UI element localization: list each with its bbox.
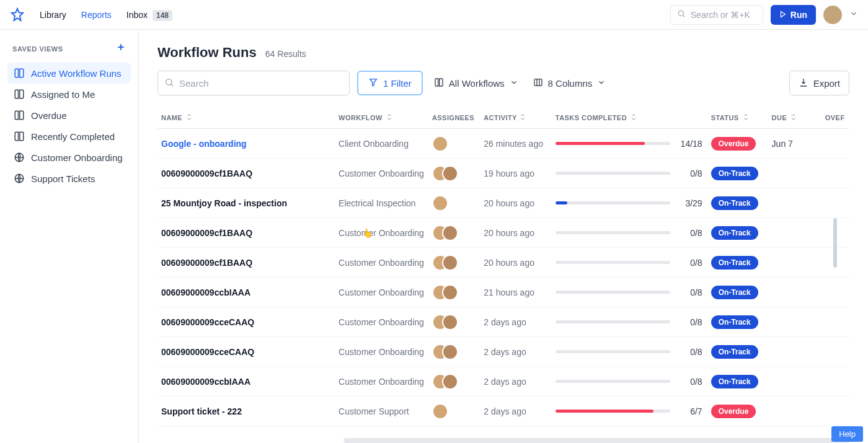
table-row[interactable]: 00609000009ccbIAAACustomer Onboarding2 d… bbox=[157, 367, 849, 397]
row-activity: 20 hours ago bbox=[484, 198, 534, 208]
assignee-avatar bbox=[442, 374, 458, 390]
sidebar-item-label: Overdue bbox=[31, 110, 67, 121]
progress-bar bbox=[556, 291, 670, 294]
progress-bar bbox=[556, 261, 670, 264]
status-badge: Overdue bbox=[711, 405, 756, 418]
table-row[interactable]: 00609000009cceCAAQCustomer Onboarding2 d… bbox=[157, 337, 849, 367]
table-row[interactable]: 00609000009ccbIAAACustomer Onboarding21 … bbox=[157, 278, 849, 307]
topbar: Library Reports Inbox 148 Search or ⌘+K … bbox=[0, 0, 868, 30]
sidebar-item[interactable]: Support Tickets bbox=[7, 168, 131, 189]
assignees bbox=[432, 374, 484, 390]
sidebar-item[interactable]: Overdue bbox=[7, 105, 131, 126]
col-header-workflow[interactable]: WORKFLOW bbox=[339, 113, 432, 122]
table-header-row: NAME WORKFLOW ASSIGNEES ACTIVITY TASKS C… bbox=[157, 107, 849, 129]
table-row[interactable]: Google - onboardingClient Onboarding26 m… bbox=[157, 129, 849, 159]
progress-bar bbox=[556, 142, 670, 145]
results-count: 64 Results bbox=[265, 49, 306, 59]
help-button[interactable]: Help bbox=[831, 426, 863, 442]
row-name: 00609000009cf1BAAQ bbox=[161, 169, 252, 178]
table-row[interactable]: 00609000009cf1BAAQCustomer Onboarding19 … bbox=[157, 159, 849, 188]
row-activity: 19 hours ago bbox=[484, 169, 534, 178]
assignees bbox=[432, 284, 484, 300]
assignee-avatar bbox=[442, 344, 458, 360]
sort-icon bbox=[186, 113, 192, 122]
assignee-avatar bbox=[442, 284, 458, 300]
col-header-tasks[interactable]: TASKS COMPLETED bbox=[556, 113, 711, 122]
sidebar-item-label: Assigned to Me bbox=[31, 89, 95, 100]
run-button[interactable]: Run bbox=[771, 5, 816, 25]
row-name: 25 Mountjoy Road - inspection bbox=[161, 198, 287, 208]
row-due: Jun 7 bbox=[772, 139, 793, 149]
table-row[interactable]: 00609000009cf1BAAQCustomer Onboarding20 … bbox=[157, 218, 849, 248]
inbox-count-badge: 148 bbox=[153, 10, 172, 21]
vertical-scrollbar[interactable] bbox=[833, 218, 837, 268]
sidebar-item-label: Support Tickets bbox=[31, 173, 95, 184]
filter-button[interactable]: 1 Filter bbox=[357, 71, 423, 95]
sidebar-item[interactable]: Customer Onboarding bbox=[7, 147, 131, 168]
sidebar-item[interactable]: Recently Completed bbox=[7, 126, 131, 147]
col-header-name[interactable]: NAME bbox=[157, 113, 339, 122]
columns-dropdown[interactable]: 8 Columns bbox=[529, 71, 610, 95]
progress-bar bbox=[556, 320, 670, 323]
col-header-due[interactable]: DUE bbox=[772, 113, 825, 122]
book-icon bbox=[14, 110, 25, 121]
play-icon bbox=[779, 10, 787, 20]
table-search-input[interactable]: Search bbox=[157, 71, 350, 95]
assignees bbox=[432, 344, 484, 360]
table-row[interactable]: 00609000009cf1BAAQCustomer Onboarding20 … bbox=[157, 248, 849, 278]
row-activity: 21 hours ago bbox=[484, 287, 534, 297]
global-search-input[interactable]: Search or ⌘+K bbox=[670, 5, 763, 25]
sidebar-item[interactable]: Assigned to Me bbox=[7, 84, 131, 105]
row-name[interactable]: Google - onboarding bbox=[161, 139, 247, 149]
progress: 0/8 bbox=[556, 377, 711, 387]
nav-reports[interactable]: Reports bbox=[81, 10, 112, 20]
book-icon bbox=[14, 68, 25, 79]
main-content: Workflow Runs 64 Results Search 1 Filter… bbox=[139, 30, 868, 443]
table-row[interactable]: 00609000009cceCAAQCustomer Onboarding2 d… bbox=[157, 307, 849, 337]
assignee-avatar bbox=[432, 403, 448, 419]
progress: 0/8 bbox=[556, 287, 711, 297]
status-badge: On-Track bbox=[711, 226, 758, 240]
row-name: 00609000009cf1BAAQ bbox=[161, 258, 252, 268]
col-header-status[interactable]: STATUS bbox=[711, 113, 772, 122]
table-row[interactable]: 25 Mountjoy Road - inspectionElectrical … bbox=[157, 188, 849, 218]
svg-point-3 bbox=[166, 79, 172, 84]
assignees bbox=[432, 195, 484, 211]
user-avatar[interactable] bbox=[823, 6, 842, 24]
progress: 0/8 bbox=[556, 228, 711, 238]
assignees bbox=[432, 136, 484, 152]
assignee-avatar bbox=[442, 225, 458, 241]
row-name: 00609000009cf1BAAQ bbox=[161, 228, 252, 238]
assignees bbox=[432, 255, 484, 271]
col-header-assignees[interactable]: ASSIGNEES bbox=[432, 114, 484, 121]
col-header-overflow[interactable]: OVEF bbox=[825, 114, 849, 121]
progress-count: 0/8 bbox=[680, 258, 711, 268]
user-menu-chevron-icon[interactable] bbox=[849, 9, 858, 20]
global-search-placeholder: Search or ⌘+K bbox=[691, 10, 750, 20]
export-button[interactable]: Export bbox=[789, 71, 849, 95]
status-badge: On-Track bbox=[711, 167, 758, 180]
status-badge: On-Track bbox=[711, 196, 758, 210]
workflows-dropdown[interactable]: All Workflows bbox=[430, 71, 522, 95]
col-header-activity[interactable]: ACTIVITY bbox=[484, 113, 556, 122]
nav-library[interactable]: Library bbox=[40, 10, 66, 20]
app-logo-icon[interactable] bbox=[10, 7, 25, 22]
row-activity: 26 minutes ago bbox=[484, 139, 543, 149]
sort-icon bbox=[386, 113, 392, 122]
filter-icon bbox=[368, 77, 378, 89]
row-name: Support ticket - 222 bbox=[161, 406, 242, 416]
row-activity: 2 days ago bbox=[484, 347, 526, 357]
table-row[interactable]: Support ticket - 222Customer Support2 da… bbox=[157, 397, 849, 426]
progress-count: 14/18 bbox=[680, 139, 711, 149]
progress-count: 0/8 bbox=[680, 169, 711, 178]
add-view-button[interactable] bbox=[116, 42, 126, 55]
nav-inbox[interactable]: Inbox 148 bbox=[126, 10, 172, 20]
sidebar-item[interactable]: Active Workflow Runs bbox=[7, 63, 131, 84]
globe-icon bbox=[14, 152, 25, 163]
assignees bbox=[432, 403, 484, 419]
horizontal-scrollbar[interactable] bbox=[343, 438, 849, 443]
progress-count: 0/8 bbox=[680, 228, 711, 238]
row-activity: 20 hours ago bbox=[484, 228, 534, 238]
status-badge: Overdue bbox=[711, 137, 756, 151]
assignee-avatar bbox=[442, 255, 458, 271]
